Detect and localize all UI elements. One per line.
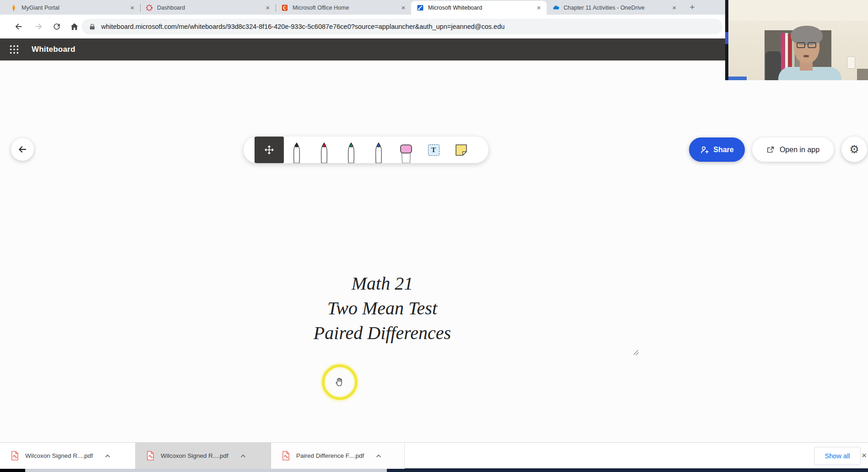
open-external-icon bbox=[766, 146, 775, 154]
pen-tool-red[interactable] bbox=[317, 137, 331, 163]
gear-icon: ⚙ bbox=[849, 143, 859, 156]
webcam-person-glasses bbox=[808, 42, 816, 48]
url-bar[interactable]: whiteboard.microsoft.com/me/whiteboards/… bbox=[81, 19, 722, 34]
settings-button[interactable]: ⚙ bbox=[841, 137, 867, 162]
webcam-screen-glow bbox=[728, 77, 747, 80]
text-tool-icon: T bbox=[428, 144, 439, 156]
tab-onedrive[interactable]: Chapter 11 Activities - OneDrive × bbox=[547, 1, 682, 15]
pdf-file-icon bbox=[282, 451, 290, 461]
sticky-note-icon bbox=[455, 144, 467, 156]
pen-red-icon bbox=[318, 142, 331, 163]
bookshelf-books bbox=[781, 33, 785, 70]
pdf-file-icon bbox=[11, 451, 19, 461]
eraser-icon bbox=[399, 143, 413, 163]
tab-microsoft-whiteboard[interactable]: Microsoft Whiteboard × bbox=[411, 1, 547, 15]
handwriting-line-3: Paired Differences bbox=[275, 321, 490, 346]
tab-close-icon[interactable]: × bbox=[670, 4, 678, 12]
tab-close-icon[interactable]: × bbox=[128, 4, 136, 12]
portal-flame-icon bbox=[10, 4, 17, 11]
pdf-file-icon bbox=[146, 451, 154, 461]
chevron-up-icon[interactable] bbox=[105, 454, 110, 458]
handwritten-note[interactable]: Math 21 Two Mean Test Paired Differences bbox=[275, 271, 490, 346]
tab-separator bbox=[276, 4, 276, 12]
tab-dashboard[interactable]: Dashboard × bbox=[140, 1, 276, 15]
eraser-tool[interactable] bbox=[398, 137, 414, 163]
share-button[interactable]: Share bbox=[689, 137, 745, 162]
move-tool-selected[interactable] bbox=[255, 137, 284, 163]
new-tab-button[interactable]: + bbox=[686, 1, 699, 14]
sticky-note-tool[interactable] bbox=[454, 137, 468, 163]
taskbar-strip bbox=[0, 468, 868, 472]
browser-forward-icon[interactable] bbox=[33, 21, 44, 32]
tab-title: MyGiant Portal bbox=[22, 5, 128, 11]
canvas-dashboard-icon bbox=[146, 4, 153, 11]
webcam-person-glasses bbox=[797, 42, 805, 48]
open-in-app-label: Open in app bbox=[780, 146, 819, 154]
share-button-label: Share bbox=[713, 146, 733, 154]
move-icon bbox=[264, 145, 274, 155]
browser-back-icon[interactable] bbox=[13, 21, 24, 32]
pen-tool-black[interactable] bbox=[290, 137, 304, 163]
pen-green-icon bbox=[345, 142, 358, 163]
drawing-toolbar: T bbox=[244, 137, 488, 163]
tab-close-icon[interactable]: × bbox=[399, 4, 407, 12]
tab-separator bbox=[140, 4, 141, 12]
tab-title: Microsoft Office Home bbox=[293, 5, 399, 11]
download-filename: Paired Difference F....pdf bbox=[296, 452, 364, 459]
webcam-wall-outlet bbox=[847, 56, 855, 69]
tab-office-home[interactable]: Microsoft Office Home × bbox=[276, 1, 411, 15]
share-person-icon bbox=[700, 145, 709, 154]
taskbar-segment bbox=[0, 468, 25, 472]
webcam-monitor-glint bbox=[725, 32, 728, 44]
webcam-desk-item bbox=[857, 69, 868, 80]
download-filename: Wilcoxon Signed R....pdf bbox=[25, 452, 93, 459]
show-all-downloads-button[interactable]: Show all bbox=[814, 447, 861, 465]
webcam-person-mouth bbox=[803, 55, 809, 57]
onedrive-cloud-icon bbox=[552, 4, 559, 11]
download-item-2-highlighted[interactable]: Wilcoxon Signed R....pdf bbox=[136, 443, 271, 469]
hand-cursor-icon bbox=[334, 377, 345, 388]
download-filename: Wilcoxon Signed R....pdf bbox=[161, 452, 228, 459]
tab-mygiant-portal[interactable]: MyGiant Portal × bbox=[5, 1, 140, 15]
tab-close-icon[interactable]: × bbox=[264, 4, 272, 12]
handwriting-line-2: Two Mean Test bbox=[275, 296, 490, 321]
tab-title: Microsoft Whiteboard bbox=[428, 5, 535, 11]
webcam-ceiling bbox=[725, 0, 868, 21]
pen-tool-green[interactable] bbox=[344, 137, 358, 163]
handwriting-line-1: Math 21 bbox=[275, 271, 490, 296]
bookshelf-books bbox=[785, 33, 788, 70]
browser-refresh-icon[interactable] bbox=[51, 21, 62, 32]
downloads-bar: Wilcoxon Signed R....pdf Wilcoxon Signed… bbox=[0, 442, 868, 468]
pen-blue-icon bbox=[372, 142, 385, 163]
arrow-left-icon bbox=[17, 144, 28, 155]
url-text: whiteboard.microsoft.com/me/whiteboards/… bbox=[101, 23, 505, 30]
lock-icon bbox=[89, 23, 96, 30]
chevron-up-icon[interactable] bbox=[240, 454, 246, 458]
app-launcher-waffle-icon[interactable] bbox=[6, 41, 22, 58]
download-item-3[interactable]: Paired Difference F....pdf bbox=[271, 443, 405, 469]
tab-title: Chapter 11 Activities - OneDrive bbox=[564, 5, 670, 11]
text-tool[interactable]: T bbox=[427, 137, 440, 163]
chevron-up-icon[interactable] bbox=[376, 454, 381, 458]
pen-black-icon bbox=[290, 142, 303, 163]
whiteboard-back-button[interactable] bbox=[11, 138, 34, 161]
whiteboard-tab-icon bbox=[417, 4, 424, 11]
open-in-app-button[interactable]: Open in app bbox=[752, 137, 834, 162]
downloads-bar-close-icon[interactable]: × bbox=[862, 450, 867, 461]
tab-close-icon[interactable]: × bbox=[535, 4, 543, 12]
browser-home-icon[interactable] bbox=[69, 21, 80, 32]
pen-tool-blue[interactable] bbox=[372, 137, 385, 163]
download-item-1[interactable]: Wilcoxon Signed R....pdf bbox=[0, 443, 136, 469]
pan-cursor-highlight bbox=[322, 364, 358, 400]
office-icon bbox=[281, 4, 288, 11]
whiteboard-canvas[interactable]: T Share Open in app ⚙ Math 21 Two Mean T… bbox=[0, 60, 868, 442]
webcam-video-overlay bbox=[725, 0, 868, 80]
app-title: Whiteboard bbox=[32, 45, 76, 54]
resize-handle[interactable] bbox=[632, 348, 640, 357]
webcam-person-hair bbox=[791, 26, 823, 45]
taskbar-segment bbox=[25, 468, 387, 472]
tab-title: Dashboard bbox=[157, 5, 264, 11]
